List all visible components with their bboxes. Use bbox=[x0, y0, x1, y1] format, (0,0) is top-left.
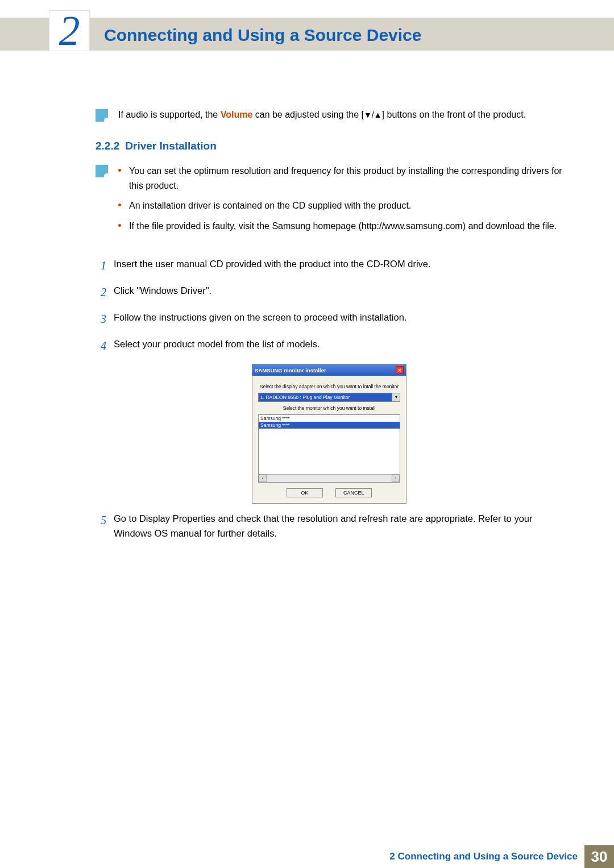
step-row: 2 Click "Windows Driver". bbox=[96, 284, 563, 301]
driver-note: You can set the optimum resolution and f… bbox=[96, 164, 563, 239]
scroll-track[interactable] bbox=[267, 475, 392, 482]
bullet-icon bbox=[118, 203, 121, 206]
step-row: 3 Follow the instructions given on the s… bbox=[96, 310, 563, 328]
step-number: 2 bbox=[96, 284, 111, 301]
step-row: 1 Insert the user manual CD provided wit… bbox=[96, 257, 563, 275]
list-item[interactable]: Samsung **** bbox=[259, 415, 400, 422]
note-bullet-text: If the file provided is faulty, visit th… bbox=[129, 219, 557, 234]
step-number: 5 bbox=[96, 512, 111, 541]
note-bullet: An installation driver is contained on t… bbox=[118, 198, 563, 213]
horizontal-scrollbar[interactable]: ‹ › bbox=[259, 474, 400, 482]
adapter-combo-value: 1. RADEON 9550 : Plug and Play Monitor bbox=[259, 393, 392, 401]
section-number: 2.2.2 bbox=[96, 140, 119, 152]
chapter-title: Connecting and Using a Source Device bbox=[104, 26, 421, 45]
ok-button[interactable]: OK bbox=[287, 488, 323, 497]
section-heading: 2.2.2Driver Installation bbox=[96, 140, 563, 152]
step-row: 5 Go to Display Properties and check tha… bbox=[96, 512, 563, 541]
note-bullet-text: You can set the optimum resolution and f… bbox=[129, 164, 563, 193]
cancel-button[interactable]: CANCEL bbox=[335, 488, 372, 497]
note-bullet: You can set the optimum resolution and f… bbox=[118, 164, 563, 193]
audio-prefix: If audio is supported, the bbox=[118, 110, 221, 119]
step-number: 4 bbox=[96, 337, 111, 355]
note-icon bbox=[96, 109, 108, 122]
footer-chapter-text: 2 Connecting and Using a Source Device bbox=[389, 851, 578, 862]
audio-note: If audio is supported, the Volume can be… bbox=[96, 108, 563, 122]
bullet-icon bbox=[118, 169, 121, 172]
step-number: 3 bbox=[96, 310, 111, 328]
section-title: Driver Installation bbox=[125, 140, 217, 152]
dialog-monitor-label: Select the monitor which you want to ins… bbox=[258, 405, 400, 411]
dialog-titlebar: SAMSUNG monitor installer × bbox=[252, 364, 406, 376]
close-icon[interactable]: × bbox=[396, 366, 404, 374]
note-bullet-text: An installation driver is contained on t… bbox=[129, 198, 411, 213]
scroll-right-icon[interactable]: › bbox=[392, 475, 400, 482]
note-bullet: If the file provided is faulty, visit th… bbox=[118, 219, 563, 234]
monitor-listbox[interactable]: Samsung **** Samsung **** ‹ › bbox=[258, 414, 400, 483]
scroll-left-icon[interactable]: ‹ bbox=[259, 475, 267, 482]
step-text: Follow the instructions given on the scr… bbox=[114, 310, 563, 328]
step-text: Go to Display Properties and check that … bbox=[114, 512, 563, 541]
audio-note-text: If audio is supported, the Volume can be… bbox=[118, 108, 526, 122]
step-text: Click "Windows Driver". bbox=[114, 284, 563, 301]
footer-page-number: 30 bbox=[584, 845, 614, 868]
step-text: Insert the user manual CD provided with … bbox=[114, 257, 563, 275]
step-text: Select your product model from the list … bbox=[114, 337, 563, 355]
chapter-number-box: 2 bbox=[49, 10, 90, 51]
step-number: 1 bbox=[96, 257, 111, 275]
down-up-arrows-icon: ▼/▲ bbox=[364, 110, 382, 119]
chevron-down-icon[interactable]: ▾ bbox=[392, 393, 400, 401]
dialog-title: SAMSUNG monitor installer bbox=[255, 367, 326, 373]
note-icon bbox=[96, 165, 108, 177]
audio-suffix: ] buttons on the front of the product. bbox=[382, 110, 526, 119]
list-item[interactable]: Samsung **** bbox=[259, 422, 400, 429]
dialog-adapter-label: Select the display adapter on which you … bbox=[258, 384, 400, 389]
audio-mid: can be adjusted using the [ bbox=[252, 110, 364, 119]
volume-word: Volume bbox=[221, 110, 253, 119]
adapter-combobox[interactable]: 1. RADEON 9550 : Plug and Play Monitor ▾ bbox=[258, 393, 400, 402]
chapter-number: 2 bbox=[59, 10, 80, 52]
installer-dialog-screenshot: SAMSUNG monitor installer × Select the d… bbox=[252, 364, 406, 504]
step-row: 4 Select your product model from the lis… bbox=[96, 337, 563, 355]
bullet-icon bbox=[118, 224, 121, 227]
